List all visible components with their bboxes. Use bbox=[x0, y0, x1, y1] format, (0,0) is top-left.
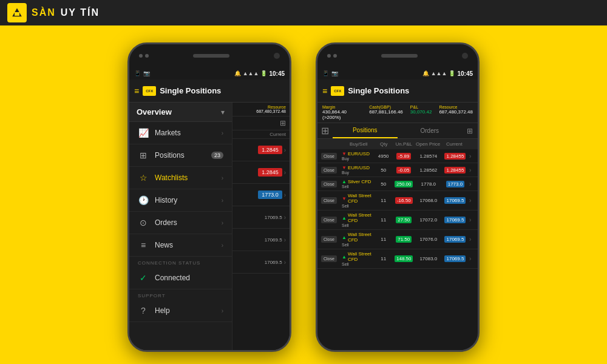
pos-open-6: 17076.0 bbox=[416, 237, 441, 242]
price-rows: 1.2845 › 1.2845 › 1773.0 › 17069.5 bbox=[232, 139, 290, 274]
pnl-chip-6: 71.50 bbox=[396, 236, 412, 243]
pos-row-2: Close ▼ EUR/USD Buy 50 -0.05 1.28562 bbox=[317, 163, 478, 177]
pos-cur-1: 1.28455 bbox=[443, 153, 468, 159]
close-btn-5[interactable]: Close bbox=[321, 217, 341, 223]
logo-box bbox=[7, 3, 27, 22]
watchlists-arrow: › bbox=[222, 175, 223, 181]
cur-chip-2: 1.28455 bbox=[444, 167, 466, 174]
cur-chip-1: 1.28455 bbox=[444, 153, 466, 160]
markets-arrow: › bbox=[222, 130, 223, 136]
watchlists-icon: ☆ bbox=[138, 173, 149, 183]
pnl-chip-5: 27.50 bbox=[396, 217, 412, 223]
right-price-panel: Resource 687,480,372.48 ⊞ Current 1.2845 bbox=[232, 103, 290, 350]
pos-pnl-6: 71.50 bbox=[393, 237, 415, 242]
markets-icon: 📈 bbox=[138, 128, 149, 138]
cur-chip-4: 17069.5 bbox=[444, 197, 466, 204]
pos-info-5: ▲ Wall Street CFD Sell bbox=[342, 212, 374, 228]
app-title-right: Single Positions bbox=[348, 86, 473, 95]
pos-cur-3: 1773.0 bbox=[443, 181, 468, 187]
price-val-4: 17069.5 bbox=[265, 215, 282, 220]
pos-type-4: Sell bbox=[342, 204, 374, 208]
brand-name: SÀN bbox=[32, 7, 56, 18]
status-left-icons-right: 📱 📷 bbox=[322, 70, 338, 76]
nav-item-history[interactable]: 🕐 History › bbox=[129, 189, 232, 212]
grid-toggle-left[interactable]: ⊞ bbox=[232, 116, 290, 130]
speaker bbox=[193, 54, 229, 58]
close-btn-6[interactable]: Close bbox=[321, 237, 341, 242]
app-logo-left: CFX bbox=[143, 86, 156, 96]
close-btn-2[interactable]: Close bbox=[321, 167, 341, 173]
wifi-icon: ▲▲▲ bbox=[243, 70, 259, 76]
th-buy-sell: Buy/Sell bbox=[343, 141, 375, 147]
row-arrow-1: › bbox=[469, 153, 474, 160]
price-arrow-1: › bbox=[284, 147, 286, 153]
nav-item-orders[interactable]: ⊙ Orders › bbox=[129, 212, 232, 234]
pos-pnl-7: 148.50 bbox=[393, 256, 415, 261]
th-pnl: Un.P&L bbox=[393, 141, 414, 147]
pos-cur-2: 1.28455 bbox=[443, 167, 468, 173]
pnl-group: P&L 30,070.42 bbox=[410, 105, 432, 120]
nav-item-markets[interactable]: 📈 Markets › bbox=[129, 122, 232, 144]
bezel-dots-right bbox=[327, 54, 337, 58]
nav-item-watchlists[interactable]: ☆ Watchlists › bbox=[129, 167, 232, 189]
nav-overview-header[interactable]: Overview ▾ bbox=[129, 103, 232, 122]
close-btn-7[interactable]: Close bbox=[321, 256, 341, 261]
arrow-7: ▲ bbox=[342, 254, 347, 260]
camera-icon-right: 📷 bbox=[331, 70, 338, 76]
cur-chip-7: 17069.5 bbox=[444, 255, 466, 262]
nav-item-news[interactable]: ≡ News › bbox=[129, 234, 232, 257]
pos-symbol-2: ▼ EUR/USD bbox=[342, 165, 374, 170]
row-arrow-5: › bbox=[469, 217, 474, 223]
bezel-top-right bbox=[317, 44, 478, 67]
phone-left: 📱 📷 🔔 ▲▲▲ 🔋 10:45 ≡ CFX Single Positions bbox=[127, 42, 291, 352]
pos-row-4: Close ▼ Wall Street CFD Sell 11 -16.50 1… bbox=[317, 191, 478, 211]
status-bar-right: 📱 📷 🔔 ▲▲▲ 🔋 10:45 bbox=[317, 67, 478, 79]
grid-icon-right[interactable]: ⊞ bbox=[462, 124, 478, 138]
tab-positions[interactable]: Positions bbox=[333, 123, 398, 138]
app-logo-right: CFX bbox=[331, 86, 344, 96]
wifi-icon-right: ▲▲▲ bbox=[431, 70, 447, 76]
close-btn-1[interactable]: Close bbox=[321, 153, 341, 159]
pnl-chip-4: -16.50 bbox=[395, 197, 413, 204]
price-arrow-4: › bbox=[284, 214, 286, 221]
pos-pnl-3: 250.00 bbox=[393, 181, 415, 187]
app-bar-left: ≡ CFX Single Positions bbox=[129, 79, 290, 103]
menu-icon-right[interactable]: ≡ bbox=[322, 86, 327, 96]
row-arrow-3: › bbox=[469, 181, 474, 187]
pos-open-2: 1.28562 bbox=[416, 167, 441, 173]
pos-type-2: Buy bbox=[342, 170, 374, 175]
close-btn-4[interactable]: Close bbox=[321, 198, 341, 203]
history-label: History bbox=[155, 196, 215, 204]
news-icon: ≡ bbox=[138, 240, 149, 250]
tabs-bar: ⊞ Positions Orders ⊞ bbox=[317, 123, 478, 139]
arrow-2: ▼ bbox=[342, 165, 347, 170]
close-btn-3[interactable]: Close bbox=[321, 181, 341, 187]
pos-qty-3: 50 bbox=[375, 181, 392, 187]
news-arrow: › bbox=[222, 242, 223, 249]
bezel-bottom-right bbox=[317, 350, 478, 352]
margin-group: Margin 430,864.40 (>200%) bbox=[322, 105, 362, 120]
pos-type-3: Sell bbox=[342, 184, 374, 189]
nav-item-positions[interactable]: ⊞ Positions 23 bbox=[129, 144, 232, 167]
resource-value-left: 687,480,372.48 bbox=[236, 109, 286, 113]
symbol-5: Wall Street CFD bbox=[348, 212, 374, 223]
connected-icon: ✓ bbox=[138, 273, 149, 283]
svg-rect-1 bbox=[15, 12, 19, 16]
th-open: Open Price bbox=[415, 141, 440, 147]
pos-cur-7: 17069.5 bbox=[443, 256, 468, 261]
pos-type-6: Sell bbox=[342, 243, 374, 247]
overview-label: Overview bbox=[137, 107, 172, 116]
status-right-icons: 🔔 ▲▲▲ 🔋 10:45 bbox=[234, 70, 285, 77]
positions-badge: 23 bbox=[211, 152, 223, 159]
menu-icon-left[interactable]: ≡ bbox=[134, 86, 139, 96]
nav-item-help[interactable]: ? Help › bbox=[129, 300, 232, 322]
pos-open-1: 1.28574 bbox=[416, 153, 441, 159]
help-label: Help bbox=[155, 306, 215, 315]
pos-row-1: Close ▼ EUR/USD Buy 4950 -5.89 1.28574 bbox=[317, 149, 478, 163]
row-arrow-4: › bbox=[469, 197, 474, 204]
tab-orders[interactable]: Orders bbox=[398, 124, 463, 138]
pnl-value: 30,070.42 bbox=[410, 109, 432, 115]
dot2 bbox=[145, 54, 149, 58]
pos-symbol-5: ▲ Wall Street CFD bbox=[342, 212, 374, 223]
price-row-4: 17069.5 › bbox=[232, 206, 290, 229]
